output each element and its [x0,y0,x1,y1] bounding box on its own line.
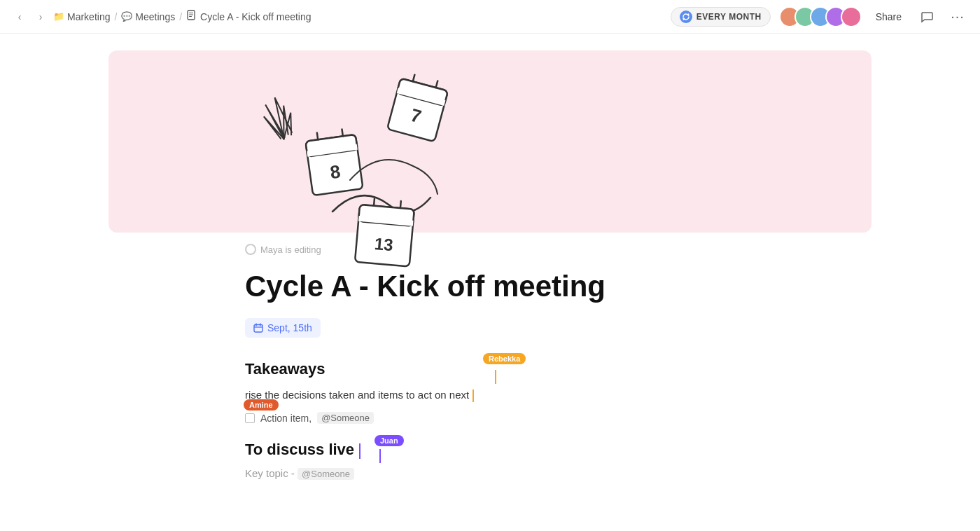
hero-illustration: 7 8 13 [248,43,528,310]
topbar-left: ‹ › 📁 Marketing / 💬 Meetings / [11,8,312,25]
main-content: 7 8 13 [0,34,980,531]
every-month-label: Every Month [696,12,762,22]
cursor-rebekka: Rebekka [483,353,526,364]
forward-button[interactable]: › [32,8,49,25]
breadcrumb-meetings-label: Meetings [135,11,175,22]
cursor-rebekka-line [495,370,496,384]
to-discuss-title-row: Juan To discuss live [245,441,735,459]
comment-button[interactable] [916,6,938,28]
topbar-right: Every Month Share ··· [671,6,969,28]
takeaways-section: Takeaways Rebekka Amine rise the decisio… [245,360,735,424]
takeaways-body-row: Amine rise the decisions taken and items… [245,387,735,404]
breadcrumb-doc-label: Cycle A - Kick off meeting [200,11,311,22]
action-item-row: Action item, @Someone [245,412,735,424]
breadcrumb-meetings[interactable]: 💬 Meetings [121,11,175,22]
breadcrumb: 📁 Marketing / 💬 Meetings / Cycle A [53,10,312,23]
cursor-amine: Amine [244,399,279,411]
svg-line-14 [342,129,342,136]
svg-line-7 [413,75,415,82]
calendar-icon [253,323,263,333]
takeaways-body[interactable]: rise the decisions taken and items to ac… [245,387,735,404]
svg-line-19 [374,199,374,206]
breadcrumb-doc[interactable]: Cycle A - Kick off meeting [186,10,311,23]
svg-line-20 [400,201,401,208]
svg-line-13 [317,132,318,139]
svg-text:13: 13 [374,234,394,254]
back-button[interactable]: ‹ [11,8,28,25]
avatar-5 [841,6,862,27]
share-button[interactable]: Share [870,8,907,25]
folder-icon: 📁 [53,11,64,22]
cursor-juan: Juan [374,435,404,446]
svg-rect-1 [189,13,193,13]
breadcrumb-marketing[interactable]: 📁 Marketing [53,11,110,22]
to-discuss-title[interactable]: To discuss live [245,441,735,459]
svg-rect-22 [254,325,262,333]
cursor-juan-line [379,449,381,463]
key-topic-row: Key topic - @Someone [245,467,735,479]
avatar-group [779,6,862,27]
every-month-button[interactable]: Every Month [671,7,771,27]
body-text-content: rise the decisions taken and items to ac… [245,389,469,401]
breadcrumb-sep-2: / [179,11,182,22]
more-button[interactable]: ··· [946,6,969,28]
rebekka-cursor-bar [472,389,474,402]
juan-cursor-bar [359,443,360,459]
key-topic-mention[interactable]: @Someone [298,468,354,480]
date-badge[interactable]: Sept, 15th [245,318,321,338]
action-item-label: Action item, [260,413,312,424]
date-label: Sept, 15th [267,322,312,333]
someone-mention[interactable]: @Someone [317,412,374,424]
topbar: ‹ › 📁 Marketing / 💬 Meetings / [0,0,980,34]
svg-line-8 [436,81,438,88]
recur-icon [680,11,692,23]
key-topic-label: Key topic - [245,467,295,479]
svg-rect-3 [189,16,192,17]
calendar-illustration: 7 8 13 [248,43,514,310]
breadcrumb-sep-1: / [114,11,117,22]
doc-icon [186,10,197,23]
meetings-icon: 💬 [121,11,132,22]
to-discuss-section: Juan To discuss live Key topic - @Someon… [245,441,735,479]
hero-banner: 7 8 13 [108,50,872,233]
svg-rect-2 [189,15,193,15]
action-checkbox[interactable] [245,413,255,423]
breadcrumb-marketing-label: Marketing [67,11,110,22]
